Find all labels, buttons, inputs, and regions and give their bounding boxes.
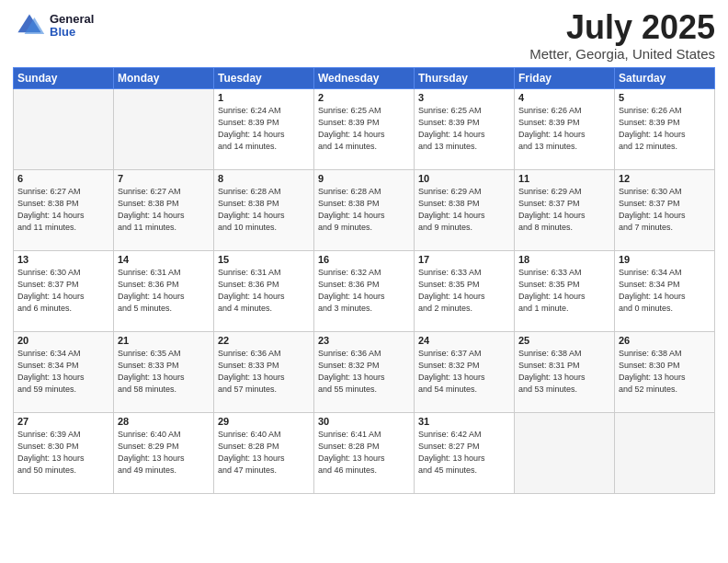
day-info: Sunrise: 6:34 AM Sunset: 8:34 PM Dayligh… xyxy=(17,348,109,396)
day-info: Sunrise: 6:37 AM Sunset: 8:32 PM Dayligh… xyxy=(418,348,510,396)
day-number: 4 xyxy=(518,92,610,103)
day-number: 14 xyxy=(118,254,210,265)
day-number: 1 xyxy=(218,92,310,103)
col-wednesday: Wednesday xyxy=(314,67,415,88)
day-info: Sunrise: 6:32 AM Sunset: 8:36 PM Dayligh… xyxy=(318,267,410,315)
header: General Blue July 2025 Metter, Georgia, … xyxy=(13,9,715,62)
calendar-week-row: 1Sunrise: 6:24 AM Sunset: 8:39 PM Daylig… xyxy=(14,88,715,169)
day-number: 27 xyxy=(17,416,109,427)
col-monday: Monday xyxy=(114,67,214,88)
table-row: 18Sunrise: 6:33 AM Sunset: 8:35 PM Dayli… xyxy=(515,250,615,331)
day-info: Sunrise: 6:31 AM Sunset: 8:36 PM Dayligh… xyxy=(118,267,210,315)
day-number: 29 xyxy=(218,416,310,427)
day-info: Sunrise: 6:29 AM Sunset: 8:37 PM Dayligh… xyxy=(518,186,610,234)
day-info: Sunrise: 6:34 AM Sunset: 8:34 PM Dayligh… xyxy=(619,267,711,315)
day-info: Sunrise: 6:24 AM Sunset: 8:39 PM Dayligh… xyxy=(218,105,310,153)
table-row: 12Sunrise: 6:30 AM Sunset: 8:37 PM Dayli… xyxy=(615,169,715,250)
day-info: Sunrise: 6:40 AM Sunset: 8:29 PM Dayligh… xyxy=(118,429,210,477)
logo-label: General Blue xyxy=(50,13,94,40)
day-number: 6 xyxy=(17,173,109,184)
table-row: 8Sunrise: 6:28 AM Sunset: 8:38 PM Daylig… xyxy=(214,169,314,250)
day-info: Sunrise: 6:28 AM Sunset: 8:38 PM Dayligh… xyxy=(318,186,410,234)
table-row: 20Sunrise: 6:34 AM Sunset: 8:34 PM Dayli… xyxy=(14,331,114,412)
table-row: 21Sunrise: 6:35 AM Sunset: 8:33 PM Dayli… xyxy=(114,331,214,412)
table-row: 28Sunrise: 6:40 AM Sunset: 8:29 PM Dayli… xyxy=(114,412,214,493)
day-number: 5 xyxy=(619,92,711,103)
day-number: 22 xyxy=(218,335,310,346)
table-row: 3Sunrise: 6:25 AM Sunset: 8:39 PM Daylig… xyxy=(415,88,515,169)
day-number: 13 xyxy=(17,254,109,265)
calendar-week-row: 13Sunrise: 6:30 AM Sunset: 8:37 PM Dayli… xyxy=(14,250,715,331)
day-number: 11 xyxy=(518,173,610,184)
day-info: Sunrise: 6:40 AM Sunset: 8:28 PM Dayligh… xyxy=(218,429,310,477)
day-number: 16 xyxy=(318,254,410,265)
day-info: Sunrise: 6:41 AM Sunset: 8:28 PM Dayligh… xyxy=(318,429,410,477)
day-number: 24 xyxy=(418,335,510,346)
table-row: 15Sunrise: 6:31 AM Sunset: 8:36 PM Dayli… xyxy=(214,250,314,331)
table-row: 23Sunrise: 6:36 AM Sunset: 8:32 PM Dayli… xyxy=(314,331,415,412)
logo-general-text: General xyxy=(50,13,94,26)
day-number: 23 xyxy=(318,335,410,346)
day-number: 17 xyxy=(418,254,510,265)
page-container: General Blue July 2025 Metter, Georgia, … xyxy=(0,0,728,563)
table-row: 11Sunrise: 6:29 AM Sunset: 8:37 PM Dayli… xyxy=(515,169,615,250)
day-number: 19 xyxy=(619,254,711,265)
table-row: 25Sunrise: 6:38 AM Sunset: 8:31 PM Dayli… xyxy=(515,331,615,412)
day-number: 12 xyxy=(619,173,711,184)
calendar-week-row: 27Sunrise: 6:39 AM Sunset: 8:30 PM Dayli… xyxy=(14,412,715,493)
day-info: Sunrise: 6:38 AM Sunset: 8:31 PM Dayligh… xyxy=(518,348,610,396)
table-row: 13Sunrise: 6:30 AM Sunset: 8:37 PM Dayli… xyxy=(14,250,114,331)
sub-title: Metter, Georgia, United States xyxy=(529,46,715,62)
day-info: Sunrise: 6:30 AM Sunset: 8:37 PM Dayligh… xyxy=(17,267,109,315)
day-number: 7 xyxy=(118,173,210,184)
day-number: 31 xyxy=(418,416,510,427)
day-number: 10 xyxy=(418,173,510,184)
day-info: Sunrise: 6:36 AM Sunset: 8:32 PM Dayligh… xyxy=(318,348,410,396)
table-row: 5Sunrise: 6:26 AM Sunset: 8:39 PM Daylig… xyxy=(615,88,715,169)
day-number: 30 xyxy=(318,416,410,427)
day-number: 25 xyxy=(518,335,610,346)
day-info: Sunrise: 6:38 AM Sunset: 8:30 PM Dayligh… xyxy=(619,348,711,396)
table-row: 30Sunrise: 6:41 AM Sunset: 8:28 PM Dayli… xyxy=(314,412,415,493)
table-row xyxy=(114,88,214,169)
day-number: 2 xyxy=(318,92,410,103)
day-info: Sunrise: 6:29 AM Sunset: 8:38 PM Dayligh… xyxy=(418,186,510,234)
logo-icon xyxy=(13,9,46,42)
table-row: 10Sunrise: 6:29 AM Sunset: 8:38 PM Dayli… xyxy=(415,169,515,250)
day-info: Sunrise: 6:31 AM Sunset: 8:36 PM Dayligh… xyxy=(218,267,310,315)
calendar-header-row: Sunday Monday Tuesday Wednesday Thursday… xyxy=(14,67,715,88)
day-info: Sunrise: 6:33 AM Sunset: 8:35 PM Dayligh… xyxy=(518,267,610,315)
calendar-table: Sunday Monday Tuesday Wednesday Thursday… xyxy=(13,67,715,494)
col-friday: Friday xyxy=(515,67,615,88)
table-row: 9Sunrise: 6:28 AM Sunset: 8:38 PM Daylig… xyxy=(314,169,415,250)
table-row xyxy=(615,412,715,493)
table-row: 29Sunrise: 6:40 AM Sunset: 8:28 PM Dayli… xyxy=(214,412,314,493)
table-row: 16Sunrise: 6:32 AM Sunset: 8:36 PM Dayli… xyxy=(314,250,415,331)
table-row: 2Sunrise: 6:25 AM Sunset: 8:39 PM Daylig… xyxy=(314,88,415,169)
table-row: 4Sunrise: 6:26 AM Sunset: 8:39 PM Daylig… xyxy=(515,88,615,169)
day-info: Sunrise: 6:28 AM Sunset: 8:38 PM Dayligh… xyxy=(218,186,310,234)
table-row: 19Sunrise: 6:34 AM Sunset: 8:34 PM Dayli… xyxy=(615,250,715,331)
main-title: July 2025 xyxy=(529,9,715,46)
day-number: 20 xyxy=(17,335,109,346)
table-row: 26Sunrise: 6:38 AM Sunset: 8:30 PM Dayli… xyxy=(615,331,715,412)
day-info: Sunrise: 6:39 AM Sunset: 8:30 PM Dayligh… xyxy=(17,429,109,477)
day-info: Sunrise: 6:27 AM Sunset: 8:38 PM Dayligh… xyxy=(118,186,210,234)
day-number: 18 xyxy=(518,254,610,265)
day-info: Sunrise: 6:26 AM Sunset: 8:39 PM Dayligh… xyxy=(619,105,711,153)
table-row: 22Sunrise: 6:36 AM Sunset: 8:33 PM Dayli… xyxy=(214,331,314,412)
table-row: 7Sunrise: 6:27 AM Sunset: 8:38 PM Daylig… xyxy=(114,169,214,250)
table-row: 24Sunrise: 6:37 AM Sunset: 8:32 PM Dayli… xyxy=(415,331,515,412)
table-row: 31Sunrise: 6:42 AM Sunset: 8:27 PM Dayli… xyxy=(415,412,515,493)
table-row: 6Sunrise: 6:27 AM Sunset: 8:38 PM Daylig… xyxy=(14,169,114,250)
col-saturday: Saturday xyxy=(615,67,715,88)
day-info: Sunrise: 6:26 AM Sunset: 8:39 PM Dayligh… xyxy=(518,105,610,153)
col-sunday: Sunday xyxy=(14,67,114,88)
col-tuesday: Tuesday xyxy=(214,67,314,88)
title-block: July 2025 Metter, Georgia, United States xyxy=(529,9,715,62)
day-number: 9 xyxy=(318,173,410,184)
day-info: Sunrise: 6:27 AM Sunset: 8:38 PM Dayligh… xyxy=(17,186,109,234)
day-number: 3 xyxy=(418,92,510,103)
day-info: Sunrise: 6:25 AM Sunset: 8:39 PM Dayligh… xyxy=(418,105,510,153)
day-info: Sunrise: 6:25 AM Sunset: 8:39 PM Dayligh… xyxy=(318,105,410,153)
